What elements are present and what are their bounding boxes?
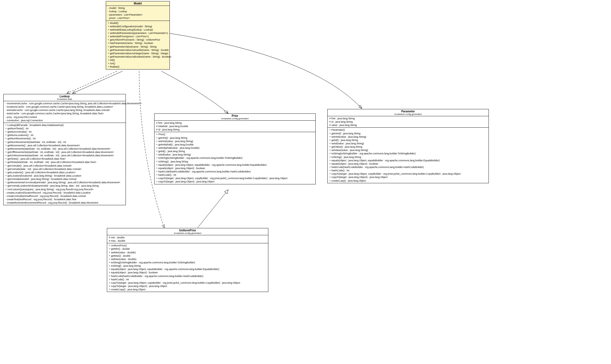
member-row: + getAnimals() : java.util.Collection<br… xyxy=(5,164,124,167)
class-head: Model xyxy=(106,1,170,6)
member-row: + copyTo(target : java.lang.Object, copy… xyxy=(156,177,314,180)
member-row: + setInitialVal(value : java.lang.Double… xyxy=(156,146,314,150)
member-row: + Model() xyxy=(108,21,168,25)
member-row: # id : java.lang.String xyxy=(329,120,487,123)
member-row: + getValue() : java.lang.String xyxy=(329,145,487,148)
member-row: + toString() : java.lang.String xyxy=(156,160,314,163)
class-parameter: Parameter broadwick.config.generated # h… xyxy=(327,109,489,183)
member-row: + getOnMovements(startDate : int, endDat… xyxy=(5,154,124,157)
class-package: broadwick.config.generated xyxy=(109,232,266,234)
member-row: - jooq : org.jooq.DSLContext xyxy=(5,115,124,119)
member-row: + copyTo(target : java.lang.Object, copy… xyxy=(109,281,266,284)
member-row: + toString(toStringBuilder : org.apache.… xyxy=(156,156,314,160)
member-row: + hasParameter(name : String) : boolean xyxy=(108,41,168,45)
member-row: + getParameterValueAsInteger(name : Stri… xyxy=(108,52,168,55)
svg-text:*: * xyxy=(359,105,360,108)
class-name: Model xyxy=(108,2,168,5)
member-row: + getOffMovements(startDate : int, endDa… xyxy=(5,150,124,154)
member-row: - createAnimal(animalRecord : org.jooq.R… xyxy=(5,194,124,198)
class-model: Model - model : String- lookup : Lookup-… xyxy=(106,1,170,70)
attributes-section: - model : String- lookup : Lookup- param… xyxy=(106,6,170,21)
member-row: + getNumAnimals() : int xyxy=(5,130,124,133)
member-row: # initialVal : java.lang.Double xyxy=(156,125,314,128)
member-row: + equals(object : java.lang.Object) : bo… xyxy=(156,167,314,170)
attributes-section: # min : double# max : double xyxy=(107,235,268,243)
member-row: + hashCode() : int xyxy=(109,278,266,281)
class-uniformprior: UniformPrior broadwick.config.generated … xyxy=(107,228,268,292)
member-row: - animalsCache : com.google.common.cache… xyxy=(5,108,124,112)
member-row: + Prior() xyxy=(156,133,314,136)
member-row: + getNumTests() : int xyxy=(5,127,124,130)
operations-section: + Prior()+ getHint() : java.lang.String+… xyxy=(154,132,315,184)
member-row: + setMin(value : double) xyxy=(109,251,266,254)
member-row: + getMovements() : java.util.Collection<… xyxy=(5,144,124,147)
operations-section: + UniformPrior()+ getMin() : double+ set… xyxy=(107,243,268,292)
member-row: + getTests(startDate : int, endDate : in… xyxy=(5,160,124,164)
member-row: + hashCode() : int xyxy=(156,173,314,177)
member-row: + getId() : java.lang.String xyxy=(329,138,487,142)
member-row: - createTest(testRecord : org.jooq.Recor… xyxy=(5,198,124,201)
member-row: + getHint() : java.lang.String xyxy=(156,136,314,140)
member-row: + Parameter() xyxy=(329,128,487,132)
member-row: + hashCode() : int xyxy=(329,169,487,172)
member-row: - parameters : List<Parameter> xyxy=(108,13,168,16)
class-name: Lookup xyxy=(5,95,124,98)
member-row: + toString(toStringBuilder : org.apache.… xyxy=(329,152,487,155)
class-name: Prior xyxy=(156,114,314,117)
member-row: + hashCode(hashCodeBuilder : org.apache.… xyxy=(109,274,266,278)
member-row: + createCopy() : java.lang.Object xyxy=(329,179,487,182)
class-package: broadwick.data xyxy=(5,98,124,100)
member-row: + getAnimals(date : int) : java.util.Col… xyxy=(5,167,124,171)
class-head: Prior broadwick.config.generated xyxy=(154,114,315,121)
member-row: + equals(object : java.lang.Object, equa… xyxy=(156,163,314,167)
member-row: # hint : java.lang.String xyxy=(156,121,314,125)
member-row: - createLocation(locationRecord : org.jo… xyxy=(5,191,124,194)
member-row: + UniformPrior() xyxy=(109,244,266,247)
member-row: + init() xyxy=(108,58,168,62)
member-row: + getUniformPrior(name : String) : Unifo… xyxy=(108,38,168,41)
member-row: + getMovements(startDate : int, endDate … xyxy=(5,147,124,150)
member-row: - priors : List<Prior> xyxy=(108,16,168,20)
member-row: + setValue(value : java.lang.String) xyxy=(329,148,487,152)
member-row: - locationsCache : com.google.common.cac… xyxy=(5,105,124,108)
member-row: - lookup : Lookup xyxy=(108,10,168,13)
member-row: + createCopy() : java.lang.Object xyxy=(109,288,266,291)
member-row: # value : java.lang.String xyxy=(329,123,487,127)
member-row: + getNumMovements(startDate : int, endDa… xyxy=(5,140,124,144)
member-row: + getAnimalLocationIdAtDate(animalId : j… xyxy=(5,184,124,187)
operations-section: + Lookup(dbFacade : broadwick.data.Datab… xyxy=(4,123,126,205)
member-row: + getId() : java.lang.String xyxy=(156,150,314,153)
member-row: + finalise() xyxy=(108,65,168,68)
member-row: + getHint() : java.lang.String xyxy=(329,132,487,135)
class-package: broadwick.config.generated xyxy=(329,113,487,115)
member-row: - connection : java.sql.Connection xyxy=(5,119,124,122)
member-row: + getLocation(locationId : java.lang.Str… xyxy=(5,174,124,177)
member-row: + equals(object : java.lang.Object, equa… xyxy=(329,159,487,162)
attributes-section: - movementsCache : com.google.common.cac… xyxy=(4,101,126,123)
class-prior: Prior broadwick.config.generated # hint … xyxy=(154,113,316,184)
attributes-section: # hint : java.lang.String# initialVal : … xyxy=(154,121,315,132)
member-row: + setMax(value : double) xyxy=(109,257,266,261)
operations-section: + Model()+ setModelConfiguration(model :… xyxy=(106,21,170,69)
member-row: + equals(object : java.lang.Object, equa… xyxy=(109,268,266,271)
member-row: + getTests() : java.util.Collection<broa… xyxy=(5,157,124,160)
member-row: + getMin() : double xyxy=(109,247,266,251)
member-row: + getMovementsForAnimal(animalId : java.… xyxy=(5,181,124,184)
member-row: + equals(object : java.lang.Object) : bo… xyxy=(329,162,487,165)
member-row: + setModelConfiguration(model : String) xyxy=(108,25,168,28)
member-row: - movementsCache : com.google.common.cac… xyxy=(5,102,124,105)
member-row: + toString(toStringBuilder : org.apache.… xyxy=(109,261,266,264)
class-name: Parameter xyxy=(329,110,487,113)
member-row: + getMax() : double xyxy=(109,254,266,257)
member-row: + run() xyxy=(108,62,168,65)
member-row: + getNumLocations() : int xyxy=(5,133,124,137)
class-package: broadwick.config.generated xyxy=(156,117,314,120)
member-row: + getLocations() : java.util.Collection<… xyxy=(5,171,124,174)
member-row: + getInitialVal() : java.lang.Double xyxy=(156,143,314,146)
attributes-section: # hint : java.lang.String# id : java.lan… xyxy=(328,116,489,128)
member-row: + setHint(value : java.lang.String) xyxy=(156,140,314,143)
member-row: + copyTo(target : java.lang.Object) : ja… xyxy=(329,175,487,179)
class-lookup: Lookup broadwick.data - movementsCache :… xyxy=(3,94,126,205)
member-row: # max : double xyxy=(109,239,266,242)
member-row: + copyTo(target : java.lang.Object) : ja… xyxy=(156,180,314,183)
